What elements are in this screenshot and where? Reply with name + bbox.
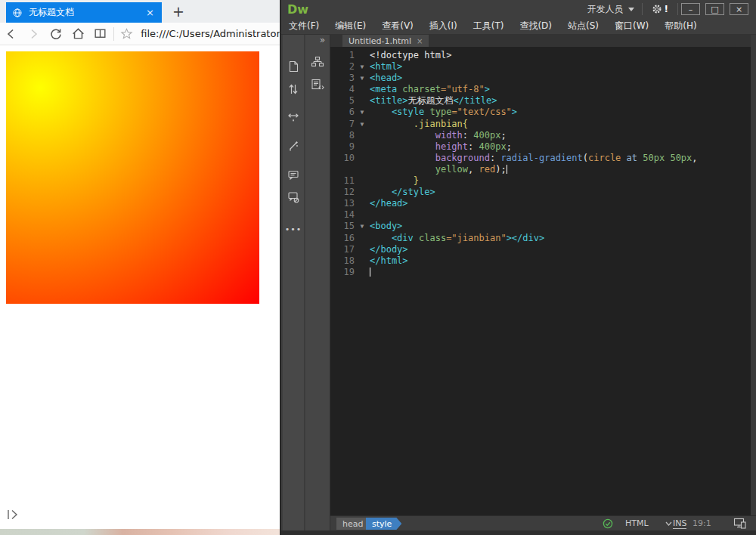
- desktop-wallpaper-strip: [0, 529, 280, 535]
- fold-arrow-icon[interactable]: ▼: [355, 73, 370, 84]
- chevron-down-icon: [628, 8, 634, 11]
- code-text: width: 400px;: [370, 130, 751, 141]
- menu-item-8[interactable]: 帮助(H): [665, 20, 696, 32]
- home-icon[interactable]: [67, 23, 90, 45]
- code-line-10[interactable]: 10background: radial-gradient(circle at …: [330, 153, 751, 164]
- code-line-11[interactable]: 11}: [330, 175, 751, 187]
- favorite-star-icon[interactable]: [116, 23, 138, 45]
- menu-item-1[interactable]: 编辑(E): [335, 20, 366, 32]
- refresh-icon[interactable]: [45, 23, 67, 45]
- line-number: 2: [330, 61, 355, 73]
- code-scrollbar[interactable]: [751, 35, 756, 515]
- forward-icon[interactable]: [23, 23, 45, 45]
- line-number: 4: [330, 84, 355, 95]
- globe-icon: [12, 8, 23, 18]
- fold-gutter: [355, 153, 370, 164]
- open-documents-icon[interactable]: [284, 57, 302, 76]
- fold-gutter: [355, 187, 370, 198]
- code-line-16[interactable]: 16<div class="jianbian"></div>: [330, 233, 751, 244]
- code-line-12[interactable]: 12</style>: [330, 187, 751, 198]
- remove-comment-icon[interactable]: [284, 188, 302, 206]
- code-line-1[interactable]: 1<!doctype html>: [330, 50, 751, 61]
- code-line-wrap[interactable]: yellow, red);: [330, 164, 751, 175]
- format-brush-icon[interactable]: [284, 137, 302, 155]
- code-line-6[interactable]: 6▼<style type="text/css">: [330, 107, 751, 118]
- line-number: 3: [330, 73, 355, 84]
- code-line-14[interactable]: 14: [330, 209, 751, 221]
- code-line-18[interactable]: 18</html>: [330, 255, 751, 267]
- menu-item-0[interactable]: 文件(F): [289, 20, 319, 32]
- document-tab-close-icon[interactable]: ×: [417, 37, 423, 45]
- reading-list-icon[interactable]: [89, 23, 112, 45]
- maximize-button[interactable]: □: [705, 3, 724, 15]
- snippets-panel-icon[interactable]: [308, 76, 327, 94]
- code-text: </head>: [370, 198, 751, 209]
- browser-window: 无标题文档 × +: [0, 0, 280, 535]
- fold-gutter: [355, 244, 370, 255]
- titlebar-divider: [677, 3, 678, 15]
- fold-gutter: [355, 84, 370, 95]
- menu-item-5[interactable]: 查找(D): [519, 20, 552, 32]
- code-line-3[interactable]: 3▼<head>: [330, 73, 751, 84]
- dw-logo: Dw: [287, 2, 308, 17]
- menu-item-7[interactable]: 窗口(W): [615, 20, 649, 32]
- fold-arrow-icon[interactable]: ▼: [355, 61, 370, 73]
- panel-collapse-icon[interactable]: »: [320, 35, 325, 45]
- workspace-switcher[interactable]: 开发人员: [580, 3, 642, 16]
- fold-gutter: [355, 141, 370, 153]
- apply-comment-icon[interactable]: [284, 165, 302, 184]
- fold-gutter: [355, 175, 370, 187]
- code-line-7[interactable]: 7▼.jianbian{: [330, 119, 751, 130]
- code-text: <title>无标题文档</title>: [370, 95, 751, 107]
- code-line-19[interactable]: 19: [330, 267, 751, 278]
- tab-close-icon[interactable]: ×: [144, 7, 156, 18]
- minimize-button[interactable]: –: [681, 3, 700, 15]
- device-preview-icon[interactable]: [733, 518, 747, 529]
- document-tab[interactable]: Untitled-1.html ×: [342, 35, 429, 47]
- menu-item-3[interactable]: 插入(I): [429, 20, 457, 32]
- fold-gutter: [355, 95, 370, 107]
- menu-item-4[interactable]: 工具(T): [473, 20, 504, 32]
- browser-tab[interactable]: 无标题文档 ×: [6, 2, 162, 23]
- code-line-13[interactable]: 13</head>: [330, 198, 751, 209]
- code-line-2[interactable]: 2▼<html>: [330, 61, 751, 73]
- doctype-dropdown[interactable]: HTML: [625, 518, 672, 528]
- fold-gutter: [355, 209, 370, 221]
- fold-gutter: [355, 130, 370, 141]
- tag-selector-style[interactable]: style: [366, 518, 401, 530]
- dreamweaver-window: Dw 开发人员 ! – □ ×: [280, 0, 756, 535]
- extract-icon[interactable]: [284, 109, 302, 127]
- code-text: .jianbian{: [370, 119, 751, 130]
- code-line-17[interactable]: 17</body>: [330, 244, 751, 255]
- gradient-div: [6, 51, 259, 304]
- code-line-4[interactable]: 4<meta charset="utf-8">: [330, 84, 751, 95]
- dom-panel-icon[interactable]: [308, 53, 327, 71]
- fold-arrow-icon[interactable]: ▼: [355, 119, 370, 130]
- new-tab-button[interactable]: +: [168, 2, 189, 21]
- sync-settings-button[interactable]: !: [643, 4, 677, 14]
- line-number: 18: [330, 255, 355, 267]
- code-line-8[interactable]: 8width: 400px;: [330, 130, 751, 141]
- fold-arrow-icon[interactable]: ▼: [355, 107, 370, 118]
- address-text[interactable]: file:///C:/Users/Administrator/D: [141, 28, 280, 39]
- lint-ok-icon[interactable]: [603, 518, 613, 529]
- code-line-5[interactable]: 5<title>无标题文档</title>: [330, 95, 751, 107]
- cursor-position: 19:1: [692, 518, 711, 528]
- menu-item-6[interactable]: 站点(S): [568, 20, 599, 32]
- fold-arrow-icon[interactable]: ▼: [355, 221, 370, 232]
- close-button[interactable]: ×: [730, 3, 748, 15]
- toolbar-divider: [113, 27, 114, 41]
- back-icon[interactable]: [0, 23, 23, 45]
- sidebar-expand-icon[interactable]: [6, 508, 21, 521]
- line-number: 5: [330, 95, 355, 107]
- code-line-9[interactable]: 9height: 400px;: [330, 141, 751, 153]
- file-management-icon[interactable]: [284, 80, 302, 98]
- code-area[interactable]: 1<!doctype html>2▼<html>3▼<head>4<meta c…: [330, 47, 751, 515]
- toolbar-more-icon[interactable]: •••: [284, 220, 302, 238]
- code-line-15[interactable]: 15▼<body>: [330, 221, 751, 232]
- fold-gutter: [355, 50, 370, 61]
- code-text: <div class="jianbian"></div>: [370, 233, 751, 244]
- insert-mode-indicator[interactable]: INS: [673, 518, 686, 529]
- menu-item-2[interactable]: 查看(V): [382, 20, 414, 32]
- code-text: }: [370, 175, 751, 187]
